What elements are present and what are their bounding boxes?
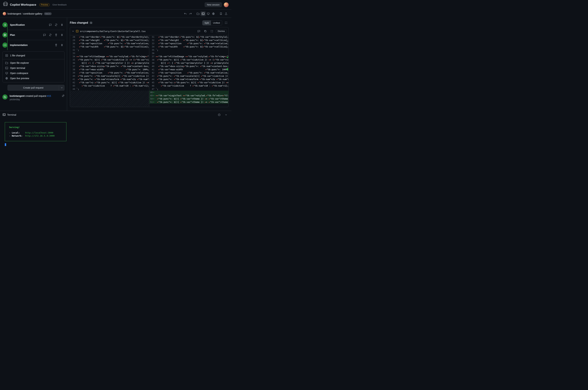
diff-line[interactable]: 31 ="tk-var">width="tk-punc">: ${="tk-va… (70, 45, 149, 48)
diff-left-pane[interactable]: 28 ="tk-var">border-right="tk-punc">: ${… (70, 35, 149, 107)
share-icon[interactable] (224, 11, 229, 16)
diff-line[interactable]: 34 ="tk-var">width="tk-punc">: ${="tk-va… (149, 45, 229, 48)
diff-line[interactable]: 51+ ="tk-var">font-size="tk-punc">: ${({… (149, 100, 229, 104)
panel-open-preview[interactable]: Open live preview (2, 76, 64, 81)
create-pr-button[interactable]: Create pull request (7, 85, 59, 91)
diff-line[interactable]: 33 (70, 51, 149, 55)
repo-name[interactable]: contributor-gallery (23, 12, 42, 15)
create-pr-dropdown[interactable] (59, 85, 65, 91)
diff-line[interactable]: 41 ="tk-var">max-width="tk-punc">: 100%; (149, 68, 229, 71)
diff-filepath[interactable]: src/components/Gallery/ContributorGaller… (80, 30, 195, 33)
svg-point-18 (61, 44, 62, 45)
comment-icon[interactable] (48, 22, 53, 27)
undo-icon[interactable] (183, 11, 188, 16)
copy-icon[interactable] (203, 29, 208, 34)
minimap[interactable] (226, 36, 228, 107)
drag-icon[interactable] (59, 22, 65, 27)
panel-files-changed[interactable]: 1 file changed (2, 53, 64, 58)
diff-line[interactable]: 32`; (70, 48, 149, 51)
comment-icon[interactable] (42, 32, 47, 38)
activity-pr-link[interactable]: #15 (47, 95, 51, 97)
implementation-panel: 1 file changed Open file explorer Open t… (2, 51, 65, 82)
diff-line[interactable]: 50+ ="tk-var">color="tk-punc">: ${({ ="t… (149, 97, 229, 100)
svg-point-30 (5, 98, 6, 98)
diff-line[interactable]: 48+ (149, 91, 229, 94)
svg-rect-25 (5, 67, 8, 69)
diff-line[interactable]: 39 ${({ ="tk-var">theme: { ="tk-var">pri… (149, 61, 229, 65)
panel-open-terminal[interactable]: Open terminal (2, 65, 64, 71)
expand-icon[interactable] (209, 29, 214, 34)
comment-icon[interactable] (196, 29, 201, 34)
diff-card: src/components/Gallery/ContributorGaller… (70, 27, 229, 107)
diff-line[interactable]: 44`; (70, 87, 149, 91)
step-specification[interactable]: Specification (2, 20, 65, 30)
terminal-output[interactable]: Serving! - Local: http://localhost:3000 … (0, 119, 231, 153)
warning-icon[interactable] (217, 112, 222, 117)
activity-user[interactable]: lostintangent (10, 95, 25, 97)
split-toggle[interactable]: Split (202, 21, 211, 25)
diff-line[interactable]: 47`; (149, 87, 229, 91)
diff-line[interactable]: 34="tk-key">const ="tk-var">FittedImage … (70, 55, 149, 58)
diff-line[interactable]: 42 ="tk-var">position="tk-punc">: ="tk-n… (149, 71, 229, 74)
trash-icon[interactable] (54, 43, 59, 48)
dismiss-button[interactable]: Dismiss (216, 29, 227, 33)
fullscreen-icon[interactable] (224, 20, 229, 25)
diff-line[interactable]: 42 ="tk-var">z-index="tk-punc">: ${({ ="… (70, 81, 149, 84)
drag-icon[interactable] (59, 43, 65, 48)
diff-right-pane[interactable]: 31 ="tk-var">border-right="tk-punc">: ${… (149, 35, 229, 107)
diff-line[interactable]: 40 ="tk-var">box-sizing="tk-punc">: ="tk… (149, 65, 229, 68)
diff-view-toggle: Split Unified (202, 20, 222, 25)
diff-line[interactable]: 29 ="tk-var">height="tk-punc">: ${="tk-v… (70, 39, 149, 42)
diff-line[interactable]: 45 ="tk-var">z-index="tk-punc">: ${({ ="… (149, 81, 229, 84)
chevron-down-icon[interactable] (224, 112, 229, 117)
diff-line[interactable]: 49+="tk-key">const ="tk-var">LoginText =… (149, 94, 229, 97)
drag-icon[interactable] (59, 32, 65, 38)
new-session-button[interactable]: New session (205, 2, 222, 7)
diff-line[interactable]: 39 ="tk-var">position="tk-punc">: ="tk-n… (70, 71, 149, 74)
branch-badge[interactable]: main (44, 12, 52, 15)
activity-action: created pull request (25, 95, 47, 97)
diff-line[interactable]: 35 ="tk-var">border="tk-punc">: ${({ ="t… (70, 58, 149, 61)
diff-line[interactable]: 28 ="tk-var">border-right="tk-punc">: ${… (70, 35, 149, 39)
external-link-icon[interactable] (62, 95, 65, 98)
panel-open-explorer[interactable]: Open file explorer (2, 60, 64, 65)
panel-open-codespace[interactable]: Open codespace (2, 71, 64, 76)
codespace-icon[interactable] (206, 11, 211, 16)
diff-line[interactable]: 36 ${({ ="tk-var">theme: { ="tk-var">pri… (70, 61, 149, 65)
diff-line[interactable]: 37 ="tk-var">box-sizing="tk-punc">: ="tk… (70, 65, 149, 68)
feedback-link[interactable]: Give feedback (52, 3, 67, 6)
redo-icon[interactable] (188, 11, 193, 16)
user-avatar[interactable] (224, 2, 229, 7)
terminal-icon[interactable] (200, 11, 206, 16)
unified-toggle[interactable]: Unified (211, 21, 222, 25)
diff-line[interactable]: 32 ="tk-var">height="tk-punc">: ${="tk-v… (149, 39, 229, 42)
owner-avatar[interactable] (3, 12, 6, 15)
repo-owner[interactable]: lostintangent (7, 12, 21, 15)
diff-line[interactable]: 40 ="tk-var">="tk-num">transform="tk-pun… (70, 74, 149, 78)
diff-line[interactable]: 35`; (149, 48, 229, 51)
diff-line[interactable]: 38 ="tk-var">border="tk-punc">: ${({ ="t… (149, 58, 229, 61)
diff-line[interactable]: 37="tk-key">const ="tk-var">FittedImage … (149, 55, 229, 58)
refresh-icon[interactable] (54, 22, 59, 27)
refresh-icon[interactable] (48, 32, 53, 38)
diff-line[interactable]: 43 ="tk-var">="tk-num">transform="tk-pun… (149, 74, 229, 78)
diff-line[interactable]: 46 ="tk-var">isActive ? ="tk-num">10 : =… (149, 84, 229, 87)
step-plan[interactable]: Plan (2, 30, 65, 40)
diff-line[interactable]: 41 ="tk-var">transition="tk-punc">: ="tk… (70, 78, 149, 81)
folder-icon[interactable] (196, 11, 200, 16)
globe-icon[interactable] (211, 11, 216, 16)
svg-point-14 (61, 35, 62, 35)
chevron-down-icon[interactable] (72, 30, 75, 33)
diff-line[interactable]: 30 ="tk-var">position="tk-punc">: ="tk-n… (70, 42, 149, 45)
trash-icon[interactable] (54, 32, 59, 38)
diff-line[interactable]: 44 ="tk-var">transition="tk-punc">: ="tk… (149, 78, 229, 81)
step-implementation[interactable]: Implementation (2, 40, 65, 50)
diff-line[interactable]: 31 ="tk-var">border-right="tk-punc">: ${… (149, 35, 229, 39)
breadcrumb[interactable]: lostintangent/contributor-gallery (7, 12, 42, 15)
diff-line[interactable]: 43 ="tk-var">isActive ? ="tk-num">10 : =… (70, 84, 149, 87)
diff-line[interactable]: 38 ="tk-var">max-width="tk-punc">: 100%; (70, 68, 149, 71)
diff-line[interactable]: 33 ="tk-var">position="tk-punc">: ="tk-n… (149, 42, 229, 45)
svg-point-6 (62, 25, 62, 25)
bookmark-icon[interactable] (218, 11, 224, 16)
diff-line[interactable]: 36 (149, 51, 229, 55)
